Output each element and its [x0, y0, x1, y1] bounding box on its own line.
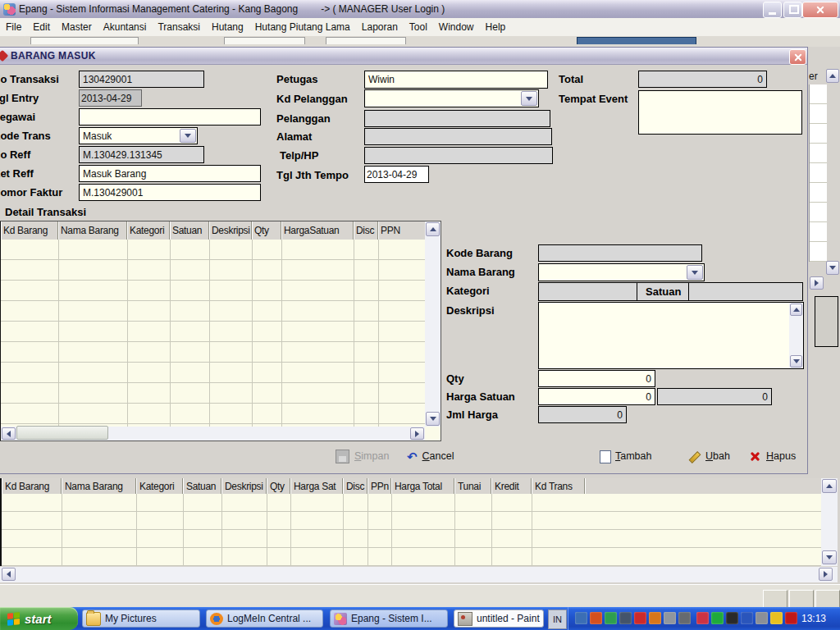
column-header-satuan: Satuan — [170, 221, 209, 240]
tambah-button[interactable]: Tambah — [598, 448, 651, 464]
pegawai-field[interactable] — [79, 108, 261, 126]
menu-item-hutang[interactable]: Hutang — [206, 20, 249, 34]
scroll-right-button[interactable] — [410, 427, 424, 440]
tempat-event-label: Tempat Event — [559, 93, 628, 105]
deskripsi-textarea[interactable] — [538, 302, 804, 369]
alamat-field[interactable] — [364, 128, 552, 145]
taskbar-item-my-pictures[interactable]: My Pictures — [82, 609, 200, 628]
kode-barang-field[interactable] — [538, 244, 702, 262]
taskbar-item-logmein[interactable]: LogMeIn Central ... — [206, 609, 323, 628]
background-scroll-right-button[interactable] — [810, 276, 824, 290]
language-indicator[interactable]: IN — [548, 609, 567, 629]
scroll-down-button[interactable] — [822, 550, 837, 564]
column-header-harga-sat: Harga Sat — [290, 478, 343, 494]
column-header-deskripsi: Deskripsi — [221, 478, 267, 494]
qty-field[interactable]: 0 — [538, 370, 655, 387]
transaction-grid-hscrollbar[interactable] — [0, 567, 838, 582]
kd-pelanggan-combobox[interactable] — [364, 89, 539, 107]
harga-satuan-field-2[interactable]: 0 — [657, 388, 772, 405]
chevron-down-icon[interactable] — [180, 129, 196, 143]
scroll-down-button[interactable] — [426, 412, 440, 426]
nomor-faktur-field[interactable]: M.130429001 — [79, 184, 261, 201]
modem-activity-icon[interactable] — [590, 612, 602, 624]
scroll-down-button[interactable] — [790, 355, 802, 368]
dialog-close-button[interactable] — [789, 49, 806, 65]
login-status: -> ( MANAGER User Login ) — [321, 3, 445, 15]
satuan-field[interactable] — [688, 283, 802, 300]
menu-item-edit[interactable]: Edit — [27, 20, 56, 34]
cancel-button[interactable]: ↶ Cancel — [407, 448, 454, 464]
tgl-jth-tempo-field[interactable]: 2013-04-29 — [364, 166, 429, 183]
pelanggan-field[interactable] — [364, 110, 550, 127]
column-header-qty: Qty — [252, 221, 281, 240]
nama-barang-combobox[interactable] — [538, 263, 705, 281]
scroll-up-button[interactable] — [822, 479, 837, 493]
messenger-icon[interactable] — [770, 612, 783, 624]
telp-hp-label: Telp/HP — [280, 149, 318, 162]
menu-item-transaksi[interactable]: Transaksi — [152, 20, 206, 34]
chevron-down-icon[interactable] — [687, 265, 703, 280]
antivirus-pin-icon[interactable] — [696, 612, 709, 624]
menu-item-window[interactable]: Window — [433, 20, 480, 34]
simpan-button[interactable]: Simpan — [336, 448, 389, 464]
restore-button[interactable] — [783, 2, 802, 18]
taskbar-item-epang[interactable]: Epang - Sistem I... — [330, 609, 448, 628]
graphics-utility-icon[interactable] — [711, 612, 724, 624]
transaction-grid-body[interactable] — [2, 494, 821, 566]
database-service-icon[interactable] — [664, 612, 676, 624]
qty-label: Qty — [446, 372, 464, 385]
close-button[interactable] — [802, 2, 838, 18]
network-disconnected-icon[interactable] — [619, 612, 632, 624]
menu-item-file[interactable]: File — [0, 20, 27, 34]
petugas-field[interactable]: Wiwin — [364, 71, 548, 89]
harga-satuan-field[interactable]: 0 — [538, 388, 655, 405]
menu-item-help[interactable]: Help — [480, 20, 512, 34]
taskbar-item-paint[interactable]: untitled - Paint — [454, 609, 544, 628]
tgl-entry-field[interactable]: 2013-04-29 — [79, 89, 142, 107]
scroll-left-button[interactable] — [2, 568, 16, 581]
ket-reff-field[interactable]: Masuk Barang — [79, 165, 261, 182]
download-manager-icon[interactable] — [605, 612, 617, 624]
chevron-down-icon[interactable] — [521, 91, 537, 106]
volume-icon[interactable] — [649, 612, 661, 624]
tempat-event-field[interactable] — [638, 90, 802, 135]
column-header-harga-satuan: HargaSatuan — [281, 221, 354, 240]
menu-item-master[interactable]: Master — [56, 20, 98, 34]
scroll-up-button[interactable] — [790, 304, 802, 316]
telp-hp-field[interactable] — [364, 147, 553, 164]
cd-drive-icon[interactable] — [678, 612, 691, 624]
menu-item-hutang-piutang-lama[interactable]: Hutang Piutang Lama — [249, 20, 356, 34]
kode-trans-combobox[interactable]: Masuk — [79, 127, 198, 144]
remote-access-icon[interactable] — [575, 612, 587, 624]
menu-item-akuntansi[interactable]: Akuntansi — [98, 20, 153, 34]
network-monitor-icon[interactable] — [741, 612, 753, 624]
ubah-button[interactable]: Ubah — [688, 448, 730, 464]
start-button[interactable]: start — [0, 607, 78, 630]
kategori-field[interactable] — [539, 283, 637, 300]
menu-item-tool[interactable]: Tool — [404, 20, 433, 34]
detail-grid-body[interactable] — [1, 240, 425, 427]
total-field[interactable]: 0 — [638, 71, 767, 88]
restore-icon — [789, 5, 799, 14]
hscroll-thumb[interactable] — [16, 426, 108, 440]
no-reff-field[interactable]: M.130429.131345 — [79, 146, 204, 163]
kd-pelanggan-label: Kd Pelanggan — [276, 93, 348, 105]
hapus-button[interactable]: Hapus — [749, 448, 796, 464]
background-scroll-down-button[interactable] — [826, 261, 839, 275]
menu-item-laporan[interactable]: Laporan — [356, 20, 404, 34]
taskbar-clock[interactable]: 13:13 — [801, 613, 826, 624]
security-alert-icon[interactable] — [634, 612, 646, 624]
no-transaksi-field[interactable]: 130429001 — [79, 71, 204, 88]
windows-logo-icon — [7, 612, 20, 626]
vnc-icon[interactable] — [726, 612, 738, 624]
minimize-button[interactable] — [763, 2, 782, 18]
virus-shield-icon[interactable] — [785, 612, 797, 624]
scroll-right-button[interactable] — [819, 568, 833, 581]
background-scroll-up-button[interactable] — [826, 69, 839, 83]
display-settings-icon[interactable] — [756, 612, 768, 624]
jml-harga-field[interactable]: 0 — [538, 406, 627, 423]
column-header-deskripsi: Deskripsi — [209, 221, 252, 240]
detail-grid-vscrollbar[interactable] — [425, 221, 441, 427]
scroll-up-button[interactable] — [426, 222, 440, 236]
scroll-left-button[interactable] — [2, 427, 16, 440]
